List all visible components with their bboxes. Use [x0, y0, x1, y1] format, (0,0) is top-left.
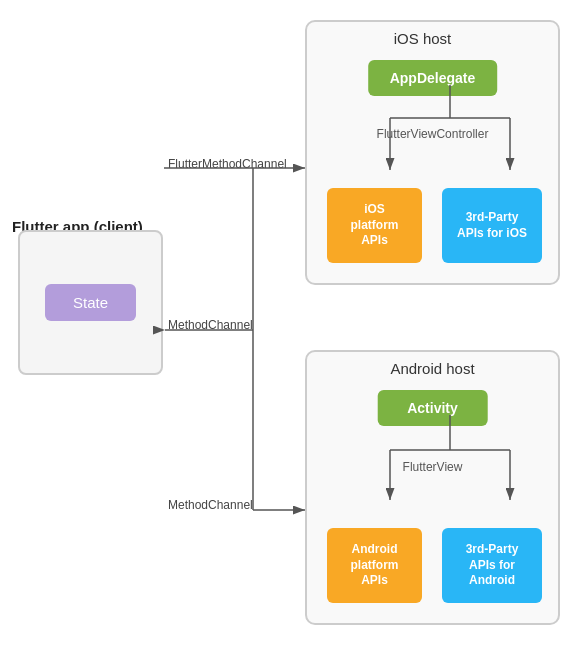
activity-box: Activity [377, 390, 488, 426]
flutter-client-box: State [18, 230, 163, 375]
ios-host-title: iOS host [307, 30, 538, 47]
ios-thirdparty-apis-box: 3rd-Party APIs for iOS [442, 188, 542, 263]
method-channel-2-label: MethodChannel [168, 498, 253, 512]
state-box: State [45, 284, 136, 321]
flutterview-label: FlutterView [403, 460, 463, 474]
ios-platform-apis-box: iOS platform APIs [327, 188, 422, 263]
flutter-method-channel-label: FlutterMethodChannel [168, 157, 287, 171]
method-channel-1-label: MethodChannel [168, 318, 253, 332]
ios-host-box: iOS host AppDelegate FlutterViewControll… [305, 20, 560, 285]
android-thirdparty-apis-box: 3rd-Party APIs for Android [442, 528, 542, 603]
architecture-diagram: Flutter app (client) State iOS host AppD… [0, 0, 580, 647]
android-host-box: Android host Activity FlutterView Androi… [305, 350, 560, 625]
appdelegate-box: AppDelegate [368, 60, 498, 96]
android-host-title: Android host [307, 360, 558, 377]
android-platform-apis-box: Android platform APIs [327, 528, 422, 603]
flutterview-controller-label: FlutterViewController [377, 127, 489, 141]
